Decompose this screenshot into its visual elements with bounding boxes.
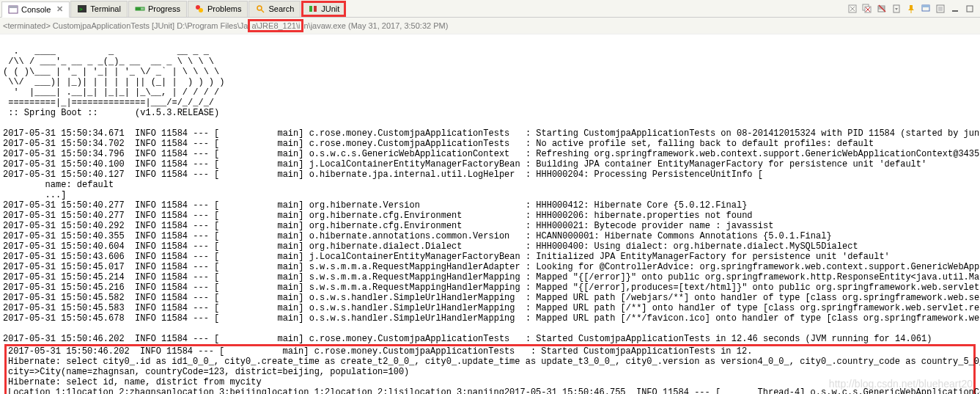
tab-junit[interactable]: JUnit — [301, 1, 346, 17]
tab-terminal[interactable]: > Terminal — [70, 1, 128, 17]
svg-rect-11 — [314, 6, 317, 12]
console-toolbar — [847, 3, 980, 15]
console-icon — [8, 4, 18, 15]
view-tabs-bar: Console ✕ > Terminal Progress Problems S… — [0, 0, 980, 18]
banner-line: \\/ ___)| |_)| | | | | || (_| | ) ) ) ) — [3, 77, 977, 87]
log-line: 2017-05-31 15:50:45.678 INFO 11584 --- [… — [3, 313, 977, 324]
log-line: 2017-05-31 15:50:46.202 INFO 11584 --- [… — [8, 346, 972, 357]
svg-rect-1 — [9, 6, 18, 8]
console-output[interactable]: . ____ _ __ _ _ /\\ / ___'_ __ _ _(_)_ _… — [0, 34, 980, 394]
svg-point-7 — [199, 8, 203, 12]
tab-problems[interactable]: Problems — [188, 1, 248, 17]
problems-icon — [194, 4, 205, 14]
remove-all-icon[interactable] — [861, 3, 873, 15]
clear-console-icon[interactable] — [876, 3, 888, 15]
display-selected-icon[interactable] — [920, 3, 932, 15]
log-line: Hibernate: select id, name, district fro… — [8, 377, 972, 387]
tab-label: Progress — [148, 4, 180, 13]
spring-banner: . ____ _ __ _ _ /\\ / ___'_ __ _ _(_)_ _… — [3, 46, 977, 118]
maximize-icon[interactable] — [964, 3, 976, 15]
banner-line: /\\ / ___'_ __ _ _(_)_ __ __ _ \ \ \ \ — [3, 56, 977, 67]
svg-rect-27 — [922, 5, 929, 7]
junit-icon — [308, 4, 318, 14]
log-line: 2017-05-31 15:50:40.277 INFO 11584 --- [… — [3, 211, 977, 221]
svg-rect-29 — [938, 7, 943, 11]
log-line: 2017-05-31 15:50:43.606 INFO 11584 --- [… — [3, 252, 977, 262]
log-line: name: default — [3, 180, 977, 190]
close-icon[interactable]: ✕ — [56, 4, 63, 14]
log-line: 2017-05-31 15:50:34.702 INFO 11584 --- [… — [3, 139, 977, 149]
log-line: ...] — [3, 190, 977, 200]
tab-console[interactable]: Console ✕ — [1, 1, 70, 18]
log-lines: 2017-05-31 15:50:34.671 INFO 11584 --- [… — [3, 128, 977, 324]
svg-rect-10 — [309, 6, 312, 12]
status-text-suffix: n\javaw.exe (May 31, 2017, 3:50:32 PM) — [303, 21, 448, 30]
log-line: 2017-05-31 15:50:40.355 INFO 11584 --- [… — [3, 231, 977, 241]
svg-marker-24 — [895, 8, 898, 10]
log-line: 2017-05-31 15:50:45.583 INFO 11584 --- [… — [3, 303, 977, 313]
tab-label: JUnit — [321, 4, 339, 13]
log-line-overlap: 2017-05-31 15:50:46.202 INFO 11584 --- [… — [3, 334, 977, 344]
svg-text:>: > — [79, 6, 83, 12]
tab-label: Console — [21, 5, 51, 14]
log-line: city=>City(name=zhagnsan, countryCode=12… — [8, 367, 972, 377]
highlighted-output: 2017-05-31 15:50:46.202 INFO 11584 --- [… — [4, 344, 976, 394]
log-line: Location 1:1location 2:zhagnsanlocation … — [8, 387, 972, 394]
log-line: Hibernate: select city0_.id as id1_0_0_,… — [8, 357, 972, 367]
log-line: 2017-05-31 15:50:40.100 INFO 11584 --- [… — [3, 159, 977, 169]
log-line: 2017-05-31 15:50:34.796 INFO 11584 --- [… — [3, 149, 977, 159]
log-line: 2017-05-31 15:50:45.214 INFO 11584 --- [… — [3, 272, 977, 282]
open-console-icon[interactable] — [935, 3, 946, 15]
remove-launch-icon[interactable] — [847, 3, 858, 15]
status-highlight: a\JRE8_121\i — [248, 19, 303, 32]
svg-rect-5 — [136, 7, 141, 10]
svg-line-9 — [261, 10, 264, 12]
svg-rect-31 — [967, 6, 973, 12]
banner-line: =========|_|==============|___/=/_/_/_/ — [3, 98, 977, 108]
banner-line: . ____ _ __ _ _ — [3, 46, 977, 56]
tab-search[interactable]: Search — [248, 1, 301, 17]
tab-progress[interactable]: Progress — [128, 1, 187, 17]
minimize-icon[interactable] — [949, 3, 961, 15]
log-line: 2017-05-31 15:50:45.216 INFO 11584 --- [… — [3, 282, 977, 293]
tab-label: Terminal — [90, 4, 121, 13]
log-line: 2017-05-31 15:50:40.292 INFO 11584 --- [… — [3, 221, 977, 231]
log-line: 2017-05-31 15:50:45.017 INFO 11584 --- [… — [3, 262, 977, 272]
terminal-icon: > — [77, 4, 87, 14]
console-status: <terminated> CustomjpaApplicationTests [… — [0, 18, 980, 34]
log-line: 2017-05-31 15:50:45.582 INFO 11584 --- [… — [3, 293, 977, 303]
tab-label: Search — [268, 4, 294, 13]
log-line: 2017-05-31 15:50:40.127 INFO 11584 --- [… — [3, 169, 977, 180]
log-line: 2017-05-31 15:50:40.277 INFO 11584 --- [… — [3, 200, 977, 211]
log-text: 2017-05-31 15:50:46.202 INFO 11584 --- [… — [3, 334, 747, 344]
search-icon — [255, 4, 265, 14]
log-line: 2017-05-31 15:50:34.671 INFO 11584 --- [… — [3, 128, 977, 139]
pin-console-icon[interactable] — [905, 3, 917, 15]
status-text-prefix: <terminated> CustomjpaApplicationTests [… — [3, 21, 248, 30]
log-line: 2017-05-31 15:50:40.604 INFO 11584 --- [… — [3, 241, 977, 252]
banner-line: ' |____| .__|_| |_|_| |_\__, | / / / / — [3, 87, 977, 98]
log-text: 46 seconds (JVM running for 14.061) — [747, 334, 932, 344]
banner-line: :: Spring Boot :: (v1.5.3.RELEASE) — [3, 108, 977, 118]
tab-label: Problems — [207, 4, 241, 13]
progress-icon — [135, 4, 145, 14]
banner-line: ( ( )\___ | '_ | '_| | '_ \/ _` | \ \ \ … — [3, 67, 977, 77]
scroll-lock-icon[interactable] — [891, 3, 902, 15]
